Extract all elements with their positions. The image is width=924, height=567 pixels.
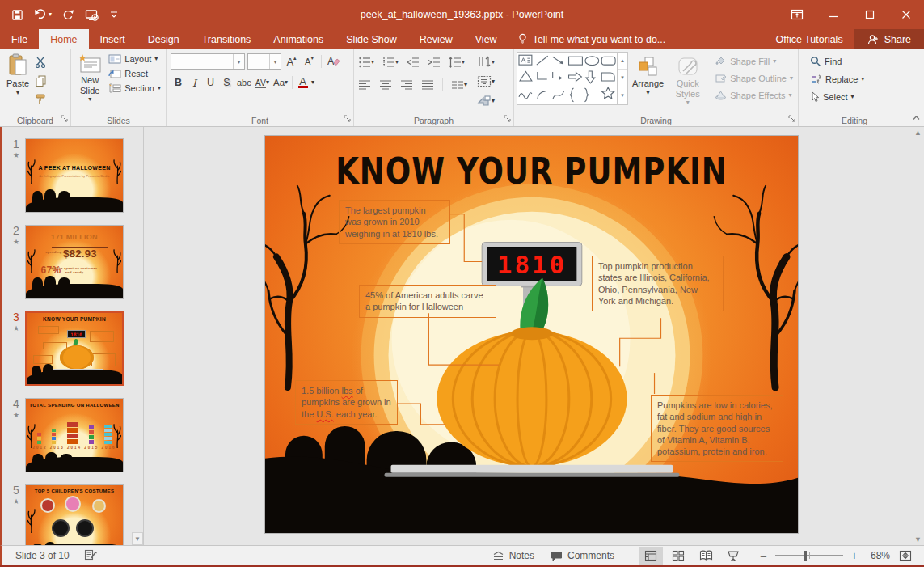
- canvas-vertical-scrollbar[interactable]: ▲ ▼: [913, 127, 923, 545]
- callout-nutrition[interactable]: Pumpkins are low in calories, fat and so…: [651, 395, 783, 462]
- italic-button[interactable]: I: [187, 74, 202, 91]
- align-center-button[interactable]: [378, 77, 394, 93]
- copy-button[interactable]: [33, 74, 49, 88]
- tab-transitions[interactable]: Transitions: [191, 29, 263, 49]
- justify-button[interactable]: [420, 77, 436, 93]
- notes-toggle-button[interactable]: Notes: [486, 548, 541, 564]
- tab-view[interactable]: View: [464, 29, 508, 49]
- shrink-font-button[interactable]: A▾: [302, 53, 317, 70]
- ribbon-display-options-button[interactable]: [778, 0, 815, 29]
- share-button[interactable]: Share: [854, 29, 924, 49]
- align-text-button[interactable]: ▾: [475, 74, 496, 89]
- spell-check-icon[interactable]: [84, 549, 97, 563]
- select-button[interactable]: Select ▾: [808, 91, 867, 104]
- slide-editor[interactable]: 1810: [264, 135, 799, 534]
- new-slide-button[interactable]: New Slide ▾: [74, 52, 106, 104]
- slide-3-thumbnail-selected[interactable]: KNOW YOUR PUMPKIN 1810: [25, 311, 124, 386]
- slide-title-textbox[interactable]: KNOW YOUR PUMPKIN: [265, 150, 798, 193]
- repeat-button[interactable]: [62, 9, 74, 20]
- save-icon[interactable]: [11, 9, 23, 21]
- slide-sorter-view-button[interactable]: [666, 547, 690, 565]
- shape-outline-button[interactable]: Shape Outline ▾: [712, 72, 795, 84]
- tab-review[interactable]: Review: [408, 29, 464, 49]
- comments-toggle-button[interactable]: Comments: [544, 548, 621, 564]
- scroll-down-icon[interactable]: ▼: [914, 535, 922, 544]
- slide-1-thumbnail[interactable]: A PEEK AT HALLOWEEN An Infographic Prese…: [25, 138, 124, 213]
- find-button[interactable]: Find: [808, 55, 867, 68]
- zoom-out-button[interactable]: −: [760, 549, 767, 563]
- scroll-up-icon[interactable]: ▲: [914, 129, 922, 137]
- font-color-button[interactable]: A: [295, 74, 310, 91]
- bold-button[interactable]: B: [171, 74, 186, 91]
- paste-button[interactable]: Paste ▾: [2, 52, 33, 98]
- zoom-slider[interactable]: [775, 555, 843, 556]
- font-dialog-launcher[interactable]: [344, 115, 352, 125]
- shapes-gallery-scrollbar[interactable]: ▴ ▾ ▾: [617, 53, 627, 104]
- thumbnail-scrollbar-down[interactable]: ▼: [132, 532, 143, 545]
- clear-formatting-button[interactable]: A: [326, 53, 342, 70]
- tab-animations[interactable]: Animations: [262, 29, 335, 49]
- shapes-gallery[interactable]: ▴ ▾ ▾: [517, 52, 628, 105]
- close-button[interactable]: [888, 0, 924, 29]
- replace-button[interactable]: Replace ▾: [808, 73, 867, 86]
- paragraph-dialog-launcher[interactable]: [504, 115, 512, 125]
- character-spacing-button[interactable]: AV▾: [254, 74, 271, 91]
- shapes-scroll-down-icon[interactable]: ▾: [618, 70, 627, 87]
- layout-button[interactable]: Layout ▾: [106, 53, 163, 65]
- callout-largest-pumpkin[interactable]: The largest pumpkin was grown in 2010 we…: [339, 200, 450, 244]
- slide-5-thumbnail[interactable]: TOP 5 CHILDREN'S COSTUMES: [25, 484, 124, 545]
- reset-button[interactable]: Reset: [106, 68, 163, 79]
- arrange-button[interactable]: Arrange ▾: [628, 52, 668, 98]
- font-size-combobox[interactable]: ▾: [247, 53, 281, 70]
- decrease-indent-button[interactable]: [405, 54, 421, 70]
- tab-home[interactable]: Home: [39, 29, 88, 49]
- strikethrough-button[interactable]: abc: [235, 74, 253, 91]
- tab-slideshow[interactable]: Slide Show: [335, 29, 408, 49]
- grow-font-button[interactable]: A▴: [284, 53, 299, 70]
- tell-me-box[interactable]: Tell me what you want to do...: [508, 29, 676, 49]
- start-slideshow-button[interactable]: [85, 9, 99, 21]
- undo-button[interactable]: ▾: [34, 9, 52, 20]
- fit-slide-to-window-button[interactable]: [893, 547, 918, 565]
- zoom-percentage[interactable]: 68%: [861, 550, 890, 561]
- office-tutorials-button[interactable]: Office Tutorials: [765, 29, 854, 49]
- section-button[interactable]: Section ▾: [106, 83, 163, 94]
- underline-button[interactable]: U: [203, 74, 218, 91]
- callout-carve-percentage[interactable]: 45% of American adults carve a pumpkin f…: [359, 285, 496, 318]
- shape-effects-button[interactable]: Shape Effects ▾: [712, 89, 795, 101]
- shapes-more-icon[interactable]: ▾: [618, 87, 627, 104]
- drawing-dialog-launcher[interactable]: [788, 115, 796, 125]
- minimize-button[interactable]: [815, 0, 851, 29]
- align-left-button[interactable]: [357, 77, 373, 93]
- customize-qat-button[interactable]: [110, 11, 118, 19]
- callout-billion-lbs[interactable]: 1.5 billion lbs of pumpkins are grown in…: [295, 380, 398, 425]
- text-direction-button[interactable]: ▾: [475, 54, 496, 70]
- font-name-combobox[interactable]: ▾: [171, 53, 245, 70]
- zoom-in-button[interactable]: +: [851, 549, 858, 562]
- shapes-scroll-up-icon[interactable]: ▴: [618, 53, 627, 70]
- tab-file[interactable]: File: [0, 29, 39, 49]
- bullets-button[interactable]: ▾: [357, 54, 376, 70]
- align-right-button[interactable]: [399, 77, 415, 93]
- cut-button[interactable]: [33, 55, 49, 70]
- maximize-button[interactable]: [851, 0, 888, 29]
- tab-insert[interactable]: Insert: [89, 29, 137, 49]
- text-shadow-button[interactable]: S: [219, 74, 234, 91]
- slide-2-thumbnail[interactable]: 171 MILLION spending an average $82.93 6…: [25, 225, 124, 299]
- shape-fill-button[interactable]: Shape Fill ▾: [712, 55, 795, 67]
- line-spacing-button[interactable]: ▾: [447, 54, 466, 70]
- increase-indent-button[interactable]: [426, 54, 442, 70]
- reading-view-button[interactable]: [694, 547, 718, 565]
- callout-production-states[interactable]: Top pumpkin production states are Illino…: [592, 256, 724, 311]
- slideshow-view-button[interactable]: [721, 547, 745, 565]
- tab-design[interactable]: Design: [137, 29, 191, 49]
- collapse-ribbon-button[interactable]: [912, 114, 921, 124]
- change-case-button[interactable]: Aa▾: [272, 74, 289, 91]
- format-painter-button[interactable]: [33, 92, 49, 107]
- zoom-slider-thumb[interactable]: [804, 551, 807, 561]
- normal-view-button[interactable]: [639, 547, 663, 565]
- slide-4-thumbnail[interactable]: TOTAL SPENDING ON HALLOWEEN 2012 2013 20…: [25, 398, 124, 472]
- clipboard-dialog-launcher[interactable]: [61, 115, 69, 125]
- convert-smartart-button[interactable]: ▾: [475, 93, 496, 108]
- columns-button[interactable]: ▾: [449, 77, 469, 93]
